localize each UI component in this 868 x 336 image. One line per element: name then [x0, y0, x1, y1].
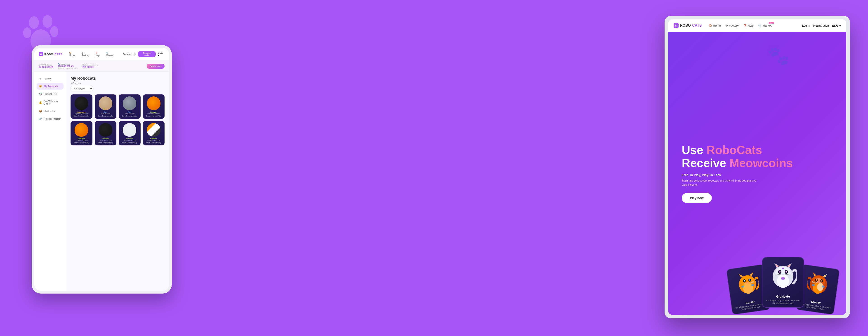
- left-meow-sub: Available to withdraw: 2/6/31: [58, 68, 78, 69]
- left-tablet-header: ⚙ ROBOCATS 🏠 Home ⚙ Factory ❓ Help 🛒 Mar…: [34, 48, 169, 61]
- robocat-info-5: Earns 1 meowcoin/day: [72, 142, 90, 143]
- hero-subtitle: Free To Play, Play To Earn: [682, 173, 833, 177]
- left-earned-balance: Earned Meowcoins: 256 000,01: [83, 64, 98, 68]
- right-nav-right: Log in Registration ENG ▾: [802, 24, 841, 27]
- robocat-card-8[interactable]: Common Common-Robocat Earns 1 meowcoin/d…: [143, 121, 165, 145]
- robocat-rarity-5: Common: [72, 138, 90, 139]
- sidebar-item-factory[interactable]: ⚙ Factory: [37, 75, 64, 82]
- right-nav-home[interactable]: 🏠 Home: [708, 24, 721, 27]
- robocat-card-1[interactable]: Legendary Legendary-Robocat Earns 5 meow…: [70, 94, 92, 119]
- svg-point-35: [780, 271, 780, 272]
- robocat-img-5: [74, 123, 88, 137]
- blindboxes-icon: 📦: [39, 109, 42, 113]
- referral-icon: 🔗: [39, 117, 42, 120]
- robocat-rarity-2: Rare: [97, 111, 115, 113]
- left-meow-value: 128 000 000,49: [58, 65, 78, 68]
- robocat-card-2[interactable]: Rare Rare-Robocat Earns 3 meowcoins/day: [95, 94, 117, 119]
- sidebar-item-buy-withdraw[interactable]: 💰 Buy/Withdraw Coins: [37, 98, 64, 107]
- hero-paw-icon: 🐾: [767, 45, 790, 67]
- robocat-info-2: Earns 3 meowcoins/day: [97, 115, 115, 117]
- left-nav-dopewn[interactable]: Dopewn: [123, 53, 131, 56]
- robocat-card-4[interactable]: Common Common-Robocat Earns 1 meowcoin/d…: [143, 94, 165, 119]
- sidebar-item-referral[interactable]: 🔗 Referral Program: [37, 115, 64, 122]
- hero-cat-gigabyte-img: [768, 260, 798, 293]
- robocat-rarity-3: Rare: [121, 111, 138, 113]
- right-logo-robo: ROBO: [680, 24, 691, 28]
- sidebar-item-buy-sell-rct[interactable]: 💱 Buy/Sell RCT: [37, 91, 64, 97]
- robocat-img-3: [123, 96, 136, 110]
- left-earned-value: 256 000,01: [83, 66, 98, 68]
- svg-rect-66: [822, 285, 825, 288]
- right-hero-section: 🐾 Use RoboCats Receive Meowcoins Free To…: [668, 32, 846, 315]
- left-logo-cats: CATS: [55, 53, 62, 56]
- left-nav-help[interactable]: ❓ Help: [95, 52, 103, 57]
- left-earned-label: Earned Meowcoins:: [83, 64, 98, 66]
- sidebar-factory-label: Factory: [44, 77, 51, 80]
- hero-card-gigabyte[interactable]: Gigabyte It's a legendary robocat. He ea…: [762, 257, 804, 307]
- robocat-name-7: Common-Robocat: [121, 139, 138, 141]
- hero-title-robocats: RoboCats: [707, 143, 762, 157]
- left-collect-coins-button[interactable]: Collect coins: [147, 64, 164, 69]
- robocat-name-6: Common-Robocat: [97, 139, 115, 141]
- left-nav-market[interactable]: 🛒 Market: [106, 52, 116, 57]
- sidebar-item-blindboxes[interactable]: 📦 Blindboxes: [37, 108, 64, 114]
- right-login-link[interactable]: Log in: [802, 24, 810, 27]
- robocats-grid: Legendary Legendary-Robocat Earns 5 meow…: [70, 94, 164, 145]
- robocat-info-1: Earns 5 meowcoins/day: [72, 115, 90, 117]
- robocats-icon: 🐱: [39, 85, 42, 88]
- right-nav-help[interactable]: ❓ Help: [743, 24, 754, 27]
- svg-point-2: [23, 27, 31, 38]
- buy-sell-icon: 💱: [39, 92, 42, 96]
- right-lang-selector[interactable]: ENG ▾: [832, 24, 841, 27]
- left-logo-robo: ROBO: [44, 53, 53, 56]
- robocat-img-6: [99, 123, 112, 137]
- left-nav-lang[interactable]: ENG ▾: [158, 52, 164, 57]
- robocat-name-8: Common-Robocat: [145, 139, 163, 141]
- svg-rect-65: [812, 284, 815, 286]
- right-monitor: ⚙ ROBOCATS 🏠 Home ⚙ Factory ❓ Help 🛒 Mar…: [664, 16, 850, 318]
- page-background: { "background": { "color": "#a855f7" }, …: [0, 0, 868, 336]
- hero-title-meowcoins: Meowcoins: [730, 157, 793, 170]
- hero-title-line2: Receive Meowcoins: [682, 157, 833, 170]
- my-robocats-title: My Robocats: [70, 76, 164, 81]
- hero-title: Use RoboCats Receive Meowcoins: [682, 144, 833, 169]
- robocat-rarity-7: Common: [121, 138, 138, 139]
- filter-label: A-Cat type: [70, 82, 164, 85]
- hero-card-gigabyte-name: Gigabyte: [765, 295, 801, 299]
- hero-cat-sparky-img: [803, 268, 834, 301]
- left-nav-home[interactable]: 🏠 Home: [69, 52, 78, 57]
- left-main-area: ⚙ Factory 🐱 My Robocats 💱 Buy/Sell RCT 💰…: [34, 72, 169, 291]
- left-tablet: ⚙ ROBOCATS 🏠 Home ⚙ Factory ❓ Help 🛒 Mar…: [32, 45, 172, 294]
- play-now-button[interactable]: Play now: [682, 193, 712, 203]
- svg-rect-24: [751, 284, 754, 286]
- left-meow-balance: 🐾 Meowcoins: 128 000 000,49 Available to…: [58, 63, 78, 69]
- right-logo-cats: CATS: [692, 24, 702, 28]
- sidebar-item-my-robocats[interactable]: 🐱 My Robocats: [37, 83, 64, 90]
- robocat-info-6: Earns 1 meowcoin/day: [97, 142, 115, 143]
- robocat-card-5[interactable]: Common Common-Robocat Earns 1 meowcoin/d…: [70, 121, 92, 145]
- hero-text-area: Use RoboCats Receive Meowcoins Free To P…: [682, 144, 833, 203]
- left-rct-balance: ⬡ RCT Balance: 24 000 000,89: [39, 64, 53, 68]
- left-nav-factory[interactable]: ⚙ Factory: [82, 52, 92, 57]
- cat-type-filter[interactable]: A-Cat type: [70, 86, 93, 91]
- right-nav-market[interactable]: 🛒 Market Soon: [758, 24, 772, 27]
- robocat-name-2: Rare-Robocat: [97, 113, 115, 114]
- left-rct-label: ⬡ RCT Balance:: [39, 64, 53, 66]
- left-connect-wallet-button[interactable]: Connect wallet: [138, 51, 156, 57]
- left-balance-bar: ⬡ RCT Balance: 24 000 000,89 🐾 Meowcoins…: [34, 61, 169, 72]
- robocat-card-6[interactable]: Common Common-Robocat Earns 1 meowcoin/d…: [95, 121, 117, 145]
- left-content-area: My Robocats A-Cat type A-Cat type Legend…: [66, 72, 169, 291]
- robocat-card-7[interactable]: Common Common-Robocat Earns 1 meowcoin/d…: [119, 121, 141, 145]
- right-register-link[interactable]: Registration: [813, 24, 829, 27]
- left-logo: ⚙ ROBOCATS: [39, 52, 62, 56]
- svg-point-1: [42, 15, 53, 28]
- robocat-img-1: [74, 96, 88, 110]
- svg-rect-23: [741, 285, 744, 288]
- robocat-card-3[interactable]: Rare Rare-Robocat Earns 3 meowcoins/day: [119, 94, 141, 119]
- robocat-name-1: Legendary-Robocat: [72, 113, 90, 114]
- robocat-name-5: Common-Robocat: [72, 139, 90, 141]
- right-monitor-screen: ⚙ ROBOCATS 🏠 Home ⚙ Factory ❓ Help 🛒 Mar…: [668, 20, 846, 315]
- hero-cat-cards: Baxter It's a legendary robocat. He earn…: [729, 264, 837, 310]
- left-nav: 🏠 Home ⚙ Factory ❓ Help 🛒 Market: [69, 52, 116, 57]
- right-nav-factory[interactable]: ⚙ Factory: [725, 24, 739, 27]
